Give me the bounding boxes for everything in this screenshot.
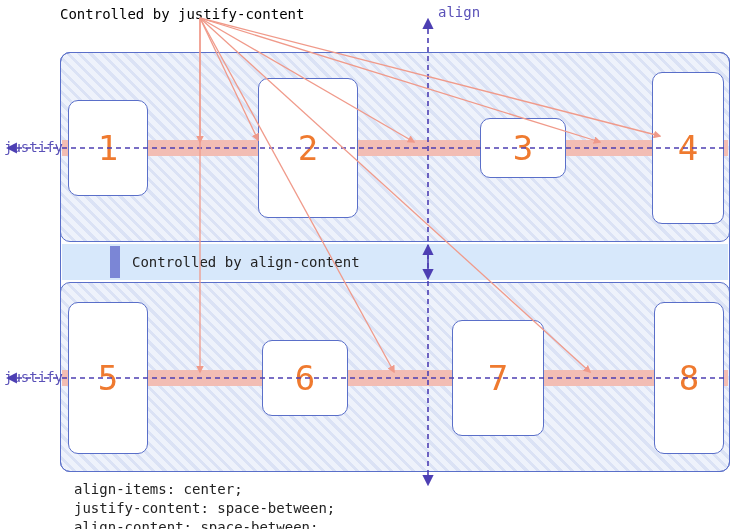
justify-axis-label-2: justify — [4, 369, 63, 385]
css-line: justify-content: space-between; — [74, 500, 335, 516]
justify-content-label: Controlled by justify-content — [60, 6, 304, 22]
justify-space-bar-row2 — [62, 370, 728, 386]
flex-item-1: 1 — [68, 100, 148, 196]
justify-axis-label-1: justify — [4, 139, 63, 155]
flex-item-8: 8 — [654, 302, 724, 454]
item-number: 3 — [513, 128, 533, 168]
flex-item-2: 2 — [258, 78, 358, 218]
item-number: 4 — [678, 128, 698, 168]
item-number: 7 — [488, 358, 508, 398]
css-line: align-content: space-between; — [74, 519, 318, 529]
justify-space-bar-row1 — [62, 140, 728, 156]
align-content-label: Controlled by align-content — [132, 254, 360, 270]
css-code-block: align-items: center; justify-content: sp… — [74, 480, 335, 529]
css-line: align-items: center; — [74, 481, 243, 497]
align-content-marker — [110, 246, 120, 278]
flex-item-5: 5 — [68, 302, 148, 454]
flexbox-diagram: Controlled by align-content 1 2 3 4 5 6 … — [0, 0, 740, 529]
flex-item-7: 7 — [452, 320, 544, 436]
flex-item-6: 6 — [262, 340, 348, 416]
item-number: 2 — [298, 128, 318, 168]
flex-item-3: 3 — [480, 118, 566, 178]
align-axis-label: align — [438, 4, 480, 20]
flex-item-4: 4 — [652, 72, 724, 224]
item-number: 8 — [679, 358, 699, 398]
item-number: 5 — [98, 358, 118, 398]
item-number: 1 — [98, 128, 118, 168]
item-number: 6 — [295, 358, 315, 398]
